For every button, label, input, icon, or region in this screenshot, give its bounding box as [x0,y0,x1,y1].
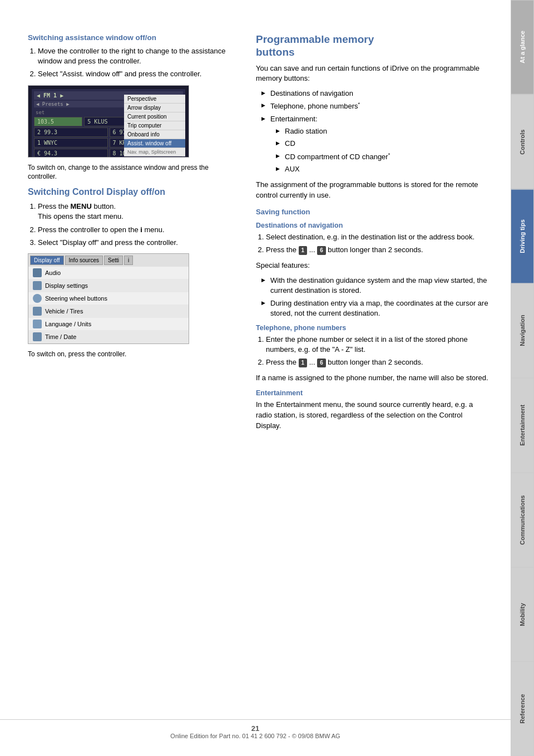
setti-btn[interactable]: Setti [104,256,123,265]
right-column: Programmable memorybuttons You can save … [256,33,490,723]
sidebar-tab-controls[interactable]: Controls [511,95,534,189]
sidebar-tab-reference[interactable]: Reference [511,661,534,756]
sidebar: At a glance Controls Driving tips Naviga… [511,0,534,756]
dest-special-1: With the destination guidance system and… [261,276,490,296]
feature-cd-changer: CD compartment of CD changer* [276,151,490,163]
switching-control-caption: To switch on, press the controller. [28,350,239,359]
sidebar-tab-entertainment[interactable]: Entertainment [511,378,534,473]
dest-step-2: Press the 1 ... 6 button longer than 2 s… [266,245,490,255]
page-footer: 21 Online Edition for Part no. 01 41 2 6… [0,719,511,739]
audio-icon [33,268,42,277]
switching-assistance-section: Switching assistance window off/on Move … [28,33,239,181]
settings-screenshot: Display off Info sources Setti i Audio D… [28,253,189,344]
telephone-note: If a name is assigned to the phone numbe… [256,373,490,384]
assignment-note: The assignment of the programmable butto… [256,180,490,201]
feature-destinations: Destinations of navigation [261,89,490,99]
vehicle-item[interactable]: Vehicle / Tires [28,305,189,318]
switching-control-heading: Switching Control Display off/on [28,187,239,197]
left-column: Switching assistance window off/on Move … [28,33,239,723]
step-2: Select "Assist. window off" and press th… [38,69,239,79]
radio-screenshot: ◀ FM 1 ▶ • ◀ Presets ▶ set 103.5 5 KLUS … [28,85,189,158]
settings-menu: Audio Display settings Steering wheel bu… [28,267,189,343]
sidebar-tab-mobility[interactable]: Mobility [511,567,534,662]
i-btn[interactable]: i [124,256,133,265]
entertainment-heading: Entertainment [256,389,490,397]
time-item[interactable]: Time / Date [28,331,189,343]
step-1: Move the controller to the right to chan… [38,46,239,66]
steering-wheel-icon [33,294,42,303]
display-settings-icon [33,281,42,290]
display-settings-item[interactable]: Display settings [28,279,189,292]
feature-entertainment: Entertainment: [261,114,490,124]
tel-step-2: Press the 1 ... 6 button longer than 2 s… [266,357,490,367]
tel-button-6: 6 [317,359,326,367]
sidebar-tab-driving-tips[interactable]: Driving tips [511,189,534,284]
saving-function-section: Saving function Destinations of navigati… [256,208,490,431]
vehicle-icon [33,307,42,316]
switching-control-steps: Press the MENU button.This opens the sta… [28,202,239,248]
feature-cd: CD [276,139,490,149]
destinations-steps: Select destination, e.g. in the destinat… [256,232,490,255]
audio-item[interactable]: Audio [28,267,189,279]
sidebar-tab-navigation[interactable]: Navigation [511,283,534,378]
time-icon [33,332,42,341]
destinations-nav-subsection: Destinations of navigation Select destin… [256,222,490,318]
tel-step-1: Enter the phone number or select it in a… [266,335,490,355]
programmable-memory-heading: Programmable memorybuttons [256,33,490,59]
entertainment-subsection: Entertainment In the Entertainment menu,… [256,389,490,431]
switching-assistance-caption: To switch on, change to the assistance w… [28,163,239,182]
language-icon [33,320,42,328]
special-features-label: Special features: [256,261,490,271]
steering-item[interactable]: Steering wheel buttons [28,292,189,305]
control-step-2: Press the controller to open the i menu. [38,225,239,235]
entertainment-text: In the Entertainment menu, the sound sou… [256,400,490,431]
switching-assistance-heading: Switching assistance window off/on [28,33,239,42]
sidebar-tab-communications[interactable]: Communications [511,473,534,567]
destinations-nav-heading: Destinations of navigation [256,222,490,229]
switching-control-display-section: Switching Control Display off/on Press t… [28,187,239,359]
radio-menu-overlay: Perspective Arrow display Current positi… [124,95,185,156]
sidebar-tab-at-a-glance[interactable]: At a glance [511,0,534,95]
button-6: 6 [317,246,326,255]
display-off-btn[interactable]: Display off [30,256,64,265]
dest-special-2: During destination entry via a map, the … [261,298,490,318]
telephone-steps: Enter the phone number or select it in a… [256,335,490,368]
programmable-memory-features: Destinations of navigation Telephone, ph… [256,89,490,174]
info-sources-btn[interactable]: Info sources [65,256,103,265]
footer-text: Online Edition for Part no. 01 41 2 600 … [170,733,340,739]
dest-special-features: With the destination guidance system and… [256,276,490,318]
feature-telephone: Telephone, phone numbers* [261,101,490,112]
button-1: 1 [299,246,308,255]
feature-aux: AUX [276,164,490,174]
page-number: 21 [251,724,259,733]
programmable-memory-intro: You can save and run certain functions o… [256,63,490,85]
telephone-subsection: Telephone, phone numbers Enter the phone… [256,324,490,384]
dest-step-1: Select destination, e.g. in the destinat… [266,232,490,242]
control-step-1: Press the MENU button.This opens the sta… [38,202,239,222]
feature-radio: Radio station [276,126,490,136]
switching-assistance-steps: Move the controller to the right to chan… [28,46,239,80]
control-step-3: Select "Display off" and press the contr… [38,238,239,248]
tel-button-1: 1 [299,359,308,367]
saving-function-heading: Saving function [256,208,490,216]
language-item[interactable]: Language / Units [28,318,189,331]
telephone-heading: Telephone, phone numbers [256,324,490,332]
